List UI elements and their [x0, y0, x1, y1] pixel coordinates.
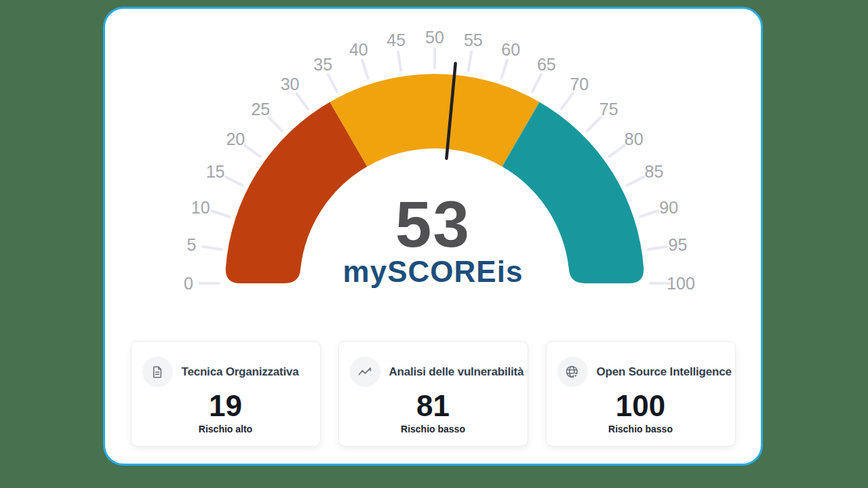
- card-value: 81: [350, 391, 517, 421]
- card-analisi-vulnerabilita: Analisi delle vulnerabilità 81 Rischio b…: [338, 341, 528, 447]
- card-value: 19: [142, 391, 309, 421]
- svg-text:50: 50: [425, 28, 444, 47]
- score-gauge: 0510152025303540455055606570758085909510…: [105, 9, 761, 328]
- score-panel: 0510152025303540455055606570758085909510…: [103, 7, 763, 466]
- svg-text:35: 35: [313, 55, 332, 74]
- svg-text:45: 45: [387, 30, 406, 49]
- trend-line-icon: [357, 364, 373, 380]
- svg-text:55: 55: [464, 30, 483, 49]
- svg-text:85: 85: [645, 162, 664, 181]
- gauge-score-label: mySCOREis: [105, 257, 761, 287]
- icon-circle: [350, 357, 380, 387]
- icon-circle: [557, 357, 588, 387]
- svg-text:75: 75: [599, 100, 618, 119]
- card-header: Analisi delle vulnerabilità: [350, 357, 517, 387]
- card-tecnica-organizzativa: Tecnica Organizzativa 19 Rischio alto: [131, 341, 321, 447]
- svg-text:40: 40: [349, 40, 368, 59]
- card-risk-label: Rischio alto: [142, 424, 309, 434]
- svg-text:65: 65: [537, 55, 556, 74]
- svg-text:80: 80: [625, 129, 644, 148]
- svg-text:60: 60: [501, 40, 520, 59]
- card-title: Analisi delle vulnerabilità: [389, 365, 524, 379]
- svg-text:15: 15: [206, 162, 225, 181]
- card-title: Open Source Intelligence: [597, 365, 732, 379]
- svg-text:70: 70: [570, 75, 589, 94]
- document-icon: [150, 365, 165, 380]
- card-header: Open Source Intelligence: [557, 357, 724, 387]
- card-risk-label: Rischio basso: [350, 424, 517, 434]
- svg-text:20: 20: [226, 129, 245, 148]
- svg-text:25: 25: [251, 100, 270, 119]
- card-value: 100: [557, 391, 724, 421]
- gauge-score-value: 53: [105, 192, 761, 257]
- svg-text:30: 30: [281, 75, 300, 94]
- card-header: Tecnica Organizzativa: [142, 357, 309, 387]
- globe-icon: [564, 364, 580, 380]
- card-open-source-intelligence: Open Source Intelligence 100 Rischio bas…: [546, 341, 736, 447]
- subscore-cards: Tecnica Organizzativa 19 Rischio alto An…: [105, 341, 761, 447]
- card-risk-label: Rischio basso: [557, 424, 724, 434]
- card-title: Tecnica Organizzativa: [182, 365, 299, 379]
- icon-circle: [142, 357, 173, 387]
